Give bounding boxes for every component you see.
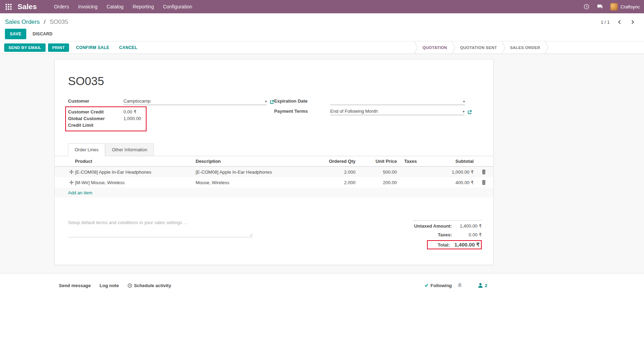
record-pager: 1 / 1 [601,20,633,25]
messages-icon[interactable] [593,0,607,13]
table-row[interactable]: [M-Wir] Mouse, Wireless Mouse, Wireless … [55,177,493,188]
confirm-sale-button[interactable]: CONFIRM SALE [73,43,112,52]
cell-description[interactable]: [E-COM08] Apple In-Ear Headphones [196,169,329,175]
step-separator-icon [452,41,455,54]
nav-item-configuration[interactable]: Configuration [158,0,197,13]
customer-value: Camptocamp [123,98,263,104]
customer-credit-value: 0.00 ₹ [123,109,136,115]
send-message-button[interactable]: Send message [59,283,91,288]
expiration-date-input[interactable]: ▾ [330,98,465,105]
payment-terms-external-link-icon[interactable] [467,110,472,115]
control-panel: Sales Orders / SO035 1 / 1 SAVE DISCARD [0,13,644,41]
payment-terms-value: End of Following Month [330,109,461,114]
navbar-right: Craftsync [580,0,640,13]
cell-qty[interactable]: 2.000 [329,169,355,175]
taxes-value: 0.00 ₹ [452,232,482,237]
totals-block: Untaxed Amount: 1,400.00 ₹ Taxes: 0.00 ₹… [413,218,482,249]
check-icon: ✔ [425,283,428,288]
breadcrumb-current: SO035 [49,19,68,25]
status-step-quotation-sent[interactable]: QUOTATION SENT [455,41,501,54]
discard-button[interactable]: DISCARD [30,29,55,39]
cell-unit-price[interactable]: 500.00 [355,169,397,175]
cell-product[interactable]: [E-COM08] Apple In-Ear Headphones [75,169,196,175]
column-ordered-qty: Ordered Qty [329,159,355,164]
total-value: 1,400.00 ₹ [450,242,480,248]
payment-terms-input[interactable]: End of Following Month ▾ [330,109,465,115]
table-header-row: Product Description Ordered Qty Unit Pri… [55,156,493,167]
statusbar: SEND BY EMAIL PRINT CONFIRM SALE CANCEL … [0,41,644,54]
nav-item-reporting[interactable]: Reporting [128,0,158,13]
pager-count: 1 / 1 [601,20,610,25]
cell-unit-price[interactable]: 200.00 [355,180,397,185]
print-button[interactable]: PRINT [48,43,69,52]
nav-item-orders[interactable]: Orders [49,0,74,13]
terms-and-conditions-input[interactable]: Setup default terms and conditions in yo… [68,218,253,237]
cell-qty[interactable]: 2.000 [329,180,355,185]
pager-previous-icon[interactable] [618,20,622,24]
nav-item-invoicing[interactable]: Invoicing [74,0,102,13]
chevron-down-icon[interactable]: ▾ [463,109,465,114]
breadcrumb-separator: / [44,19,46,25]
tab-order-lines[interactable]: Order Lines [68,143,105,156]
main-menu: Orders Invoicing Catalog Reporting Confi… [49,0,197,13]
customer-external-link-icon[interactable] [270,100,274,105]
delete-row-icon[interactable] [474,180,494,185]
chatter: Send message Log note Schedule activity … [0,273,644,336]
nav-item-catalog[interactable]: Catalog [102,0,128,13]
schedule-activity-button[interactable]: Schedule activity [128,283,171,288]
tab-other-information[interactable]: Other Information [105,143,154,156]
activities-clock-icon[interactable] [580,0,593,13]
cell-description[interactable]: Mouse, Wireless [196,180,329,185]
cell-subtotal: 400.00 ₹ [432,180,474,185]
apps-grid-icon[interactable] [4,2,13,12]
customer-label: Customer [68,98,123,105]
bell-icon[interactable] [457,283,462,288]
form-view-area: SO035 Customer Camptocamp ▾ Customer Cre… [0,54,644,336]
status-steps: QUOTATION QUOTATION SENT SALES ORDER [414,41,549,54]
following-button[interactable]: ✔ Following [425,283,452,288]
expiration-date-label: Expiration Date [274,98,330,105]
total-label: Total: [438,242,450,248]
pager-next-icon[interactable] [630,20,634,24]
drag-handle-icon[interactable] [55,169,75,174]
app-name[interactable]: Sales [18,2,37,11]
payment-terms-label: Payment Terms [274,109,330,115]
column-product: Product [75,159,196,164]
untaxed-amount-value: 1,400.00 ₹ [452,223,482,229]
textarea-resize-handle-icon[interactable] [249,233,252,236]
terms-placeholder: Setup default terms and conditions in yo… [68,220,187,225]
followers-count: 2 [485,283,487,288]
add-item-row: Add an item [55,188,493,197]
cancel-button[interactable]: CANCEL [116,43,140,52]
step-separator-icon [545,41,549,54]
breadcrumb-sales-orders[interactable]: Sales Orders [5,19,40,25]
chevron-down-icon[interactable]: ▾ [265,99,267,104]
credit-limit-label: Global Customer Credit Limit [68,115,123,129]
cell-product[interactable]: [M-Wir] Mouse, Wireless [75,180,196,185]
send-by-email-button[interactable]: SEND BY EMAIL [4,43,46,52]
followers-button[interactable]: 2 [478,283,487,288]
save-button[interactable]: SAVE [5,29,26,39]
top-navbar: Sales Orders Invoicing Catalog Reporting… [0,0,644,13]
total-annotation-box: Total: 1,400.00 ₹ [427,240,482,249]
user-avatar[interactable] [610,3,618,11]
table-row[interactable]: [E-COM08] Apple In-Ear Headphones [E-COM… [55,167,493,177]
taxes-label: Taxes: [438,232,452,237]
drag-handle-icon[interactable] [55,180,75,185]
following-label: Following [431,283,452,288]
credit-annotation-box: Customer Credit 0.00 ₹ Global Customer C… [65,106,147,131]
status-step-quotation[interactable]: QUOTATION [418,41,452,54]
credit-limit-value: 1,000.00 [123,115,141,129]
status-step-sales-order[interactable]: SALES ORDER [506,41,545,54]
chevron-down-icon[interactable]: ▾ [463,99,465,104]
log-note-button[interactable]: Log note [100,283,119,288]
delete-row-icon[interactable] [474,169,494,174]
customer-input[interactable]: Camptocamp ▾ [123,98,267,105]
add-an-item-link[interactable]: Add an item [68,190,92,195]
order-sheet: SO035 Customer Camptocamp ▾ Customer Cre… [54,59,494,265]
user-name[interactable]: Craftsync [621,4,640,9]
order-lines-table: Product Description Ordered Qty Unit Pri… [55,156,493,197]
column-subtotal: Subtotal [432,159,474,164]
cell-subtotal: 1,000.00 ₹ [432,169,474,175]
step-separator-icon [502,41,506,54]
